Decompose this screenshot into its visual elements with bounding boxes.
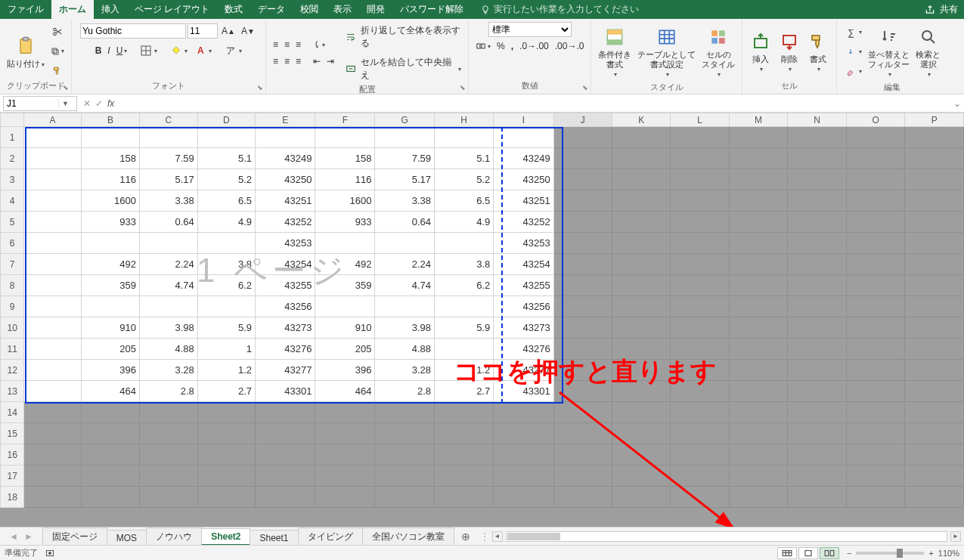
cell-N15[interactable] [788,423,847,444]
zoom-level[interactable]: 110% [938,549,959,558]
row-header-15[interactable]: 15 [1,423,24,444]
paste-button[interactable]: 貼り付け [5,31,47,72]
cell-L5[interactable] [671,212,729,233]
cell-G2[interactable]: 7.59 [375,148,435,169]
cell-L3[interactable] [671,169,729,190]
cell-J12[interactable] [553,360,612,381]
cell-K13[interactable] [612,381,670,402]
cell-M9[interactable] [729,296,788,317]
cell-I7[interactable]: 43254 [494,254,553,275]
cell-G4[interactable]: 3.38 [375,190,435,212]
cell-L14[interactable] [671,402,729,423]
cell-P4[interactable] [905,190,964,212]
cell-I3[interactable]: 43250 [494,169,553,190]
cell-C4[interactable]: 3.38 [139,190,197,212]
cell-O1[interactable] [846,127,905,148]
cell-B4[interactable]: 1600 [81,190,139,212]
cell-J9[interactable] [553,296,612,317]
clear-button[interactable] [842,63,864,81]
cell-L12[interactable] [671,360,729,381]
cell-F13[interactable]: 464 [315,381,375,402]
tab-review[interactable]: 校閲 [293,0,326,19]
cell-L15[interactable] [671,423,729,444]
cell-L8[interactable] [671,275,729,296]
cell-O7[interactable] [846,254,905,275]
cell-F1[interactable] [315,127,375,148]
cell-G16[interactable] [375,444,435,466]
cell-I9[interactable]: 43256 [494,296,553,317]
cell-K6[interactable] [612,233,670,254]
cell-F2[interactable]: 158 [315,148,375,169]
cell-I14[interactable] [494,402,553,423]
sheet-tab-固定ページ[interactable]: 固定ページ [42,528,107,546]
tab-password-unlock[interactable]: パスワード解除 [392,0,471,19]
cell-K14[interactable] [612,402,670,423]
cell-F15[interactable] [315,423,375,444]
cell-B16[interactable] [81,444,139,466]
cell-E11[interactable]: 43276 [256,339,315,360]
cell-B9[interactable] [81,296,139,317]
cell-O13[interactable] [846,381,905,402]
share-label[interactable]: 共有 [940,3,958,16]
col-header-I[interactable]: I [494,113,553,127]
cell-A4[interactable] [24,190,82,212]
row-header-6[interactable]: 6 [1,233,24,254]
cell-E14[interactable] [256,402,315,423]
tab-insert[interactable]: 挿入 [94,0,127,19]
cell-I18[interactable] [494,487,553,508]
cut-button[interactable] [48,23,67,41]
cell-C5[interactable]: 0.64 [139,212,197,233]
col-header-D[interactable]: D [197,113,255,127]
cell-C14[interactable] [139,402,197,423]
cell-A3[interactable] [24,169,82,190]
enter-formula-icon[interactable]: ✓ [95,98,103,109]
cell-M1[interactable] [729,127,788,148]
cell-P14[interactable] [905,402,964,423]
view-page-layout-button[interactable] [798,547,818,559]
row-header-1[interactable]: 1 [1,127,24,148]
cell-C10[interactable]: 3.98 [139,317,197,339]
cell-M2[interactable] [729,148,788,169]
cell-E8[interactable]: 43255 [256,275,315,296]
view-page-break-button[interactable] [820,547,839,559]
cell-A8[interactable] [24,275,82,296]
row-header-11[interactable]: 11 [1,339,24,360]
cell-K9[interactable] [612,296,670,317]
cell-E13[interactable]: 43301 [256,381,315,402]
cell-F11[interactable]: 205 [315,339,375,360]
cell-N14[interactable] [788,402,847,423]
cell-A17[interactable] [24,466,82,487]
cell-D17[interactable] [197,466,255,487]
sheet-tab-全国パソコン教室[interactable]: 全国パソコン教室 [362,528,454,546]
col-header-M[interactable]: M [729,113,788,127]
cell-G8[interactable]: 4.74 [375,275,435,296]
cell-I4[interactable]: 43251 [494,190,553,212]
cell-A9[interactable] [24,296,82,317]
sheet-tab-ノウハウ[interactable]: ノウハウ [146,528,202,546]
cell-F14[interactable] [315,402,375,423]
sort-filter-button[interactable]: 並べ替えと フィルター [866,22,912,82]
cell-A5[interactable] [24,212,82,233]
cell-N2[interactable] [788,148,847,169]
dialog-launcher-font[interactable]: ⬊ [257,84,263,91]
cell-I13[interactable]: 43301 [494,381,553,402]
align-center-button[interactable]: ≡ [282,54,292,69]
cell-G5[interactable]: 0.64 [375,212,435,233]
cell-P1[interactable] [905,127,964,148]
cell-A18[interactable] [24,487,82,508]
cell-P8[interactable] [905,275,964,296]
cell-O11[interactable] [846,339,905,360]
cell-H9[interactable] [435,296,494,317]
new-sheet-button[interactable]: ⊕ [454,531,478,543]
view-normal-button[interactable] [777,547,797,559]
tab-file[interactable]: ファイル [0,0,51,19]
cell-N3[interactable] [788,169,847,190]
cell-O4[interactable] [846,190,905,212]
delete-cells-button[interactable]: 削除 [776,26,803,76]
cell-N17[interactable] [788,466,847,487]
cell-J8[interactable] [553,275,612,296]
cell-C12[interactable]: 3.28 [139,360,197,381]
percent-format-button[interactable]: % [494,39,507,54]
cell-D7[interactable]: 3.8 [197,254,255,275]
cell-J15[interactable] [553,423,612,444]
